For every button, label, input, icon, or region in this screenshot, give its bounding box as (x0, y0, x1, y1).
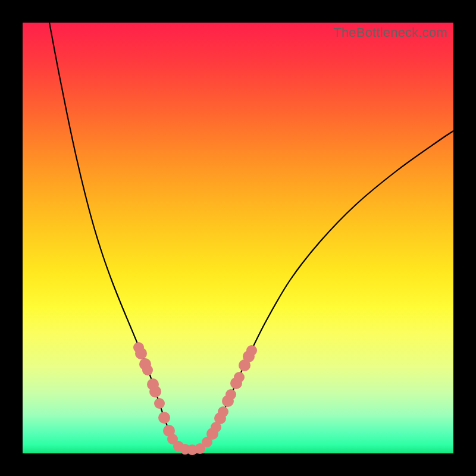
bottleneck-curve (23, 23, 453, 453)
bead-marker (246, 345, 257, 356)
bead-marker (226, 389, 236, 400)
bead-marker (142, 365, 153, 375)
bead-marker (234, 372, 245, 383)
bead-marker (135, 347, 147, 359)
chart-frame: TheBottleneck.com (0, 0, 476, 476)
curve-path (49, 23, 453, 450)
bead-marker (218, 406, 228, 417)
bead-marker (158, 412, 170, 424)
beads-group (133, 342, 257, 455)
bead-marker (154, 398, 165, 409)
plot-area: TheBottleneck.com (23, 23, 453, 453)
bead-marker (149, 386, 161, 397)
